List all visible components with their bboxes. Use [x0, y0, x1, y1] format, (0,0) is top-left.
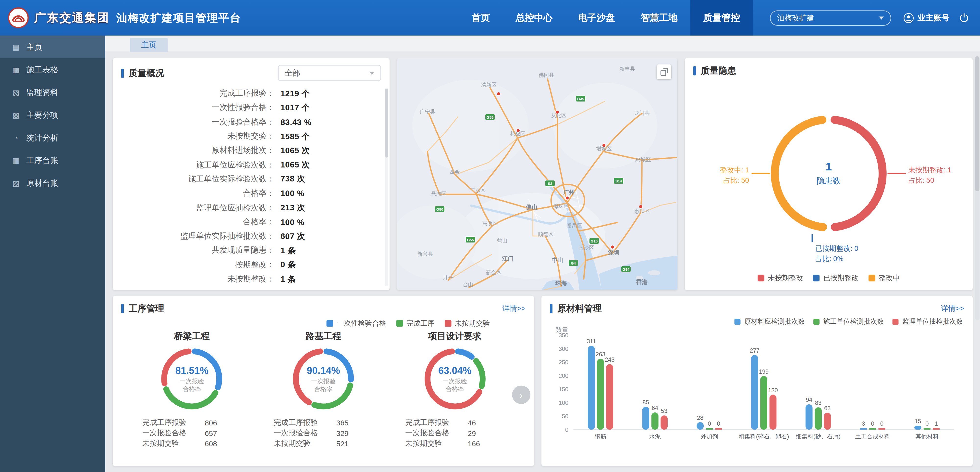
hazard-donut-center: 1 隐患数 [764, 108, 894, 239]
quality-stat-row: 施工单位应检验次数1065 次 [121, 158, 381, 172]
process-panel: 工序管理 详情>> 一次性检验合格完成工序未按期交验 桥梁工程81.51%一次报… [113, 296, 534, 466]
quality-stat-row: 监理单位实际抽检批次数607 次 [121, 229, 381, 244]
material-detail-link[interactable]: 详情>> [941, 303, 964, 314]
svg-text:63: 63 [824, 405, 830, 411]
process-detail-link[interactable]: 详情>> [502, 303, 525, 314]
map-canvas[interactable]: 清新区佛冈县新丰县龙门县从化区广宁县花都区增城区四会三水区鼎湖区惠城区广州海珠区… [397, 58, 678, 290]
tab-strip: 主页 [105, 35, 980, 52]
logout-button[interactable] [959, 13, 969, 23]
map-label: 新丰县 [619, 66, 635, 72]
sidebar-item-6[interactable]: ▨原材台账 [0, 172, 105, 195]
supervision-docs-icon: ▧ [12, 88, 20, 97]
home-icon: ▤ [12, 43, 20, 51]
quality-stat-row: 合格率100 % [121, 215, 381, 229]
legend-item[interactable]: 完成工序 [396, 319, 434, 328]
map-label: 南沙区 [578, 245, 594, 251]
legend-item[interactable]: 监理单位抽检批次数 [892, 317, 963, 326]
map-label: 顺德区 [538, 231, 554, 238]
gauge-stat-value: 166 [468, 439, 480, 448]
gauge-stats: 完成工序报验806一次报验合格657未按期交验608 [142, 418, 242, 449]
quality-stat-row: 合格率100 % [121, 187, 381, 201]
gauge-stat-label: 完成工序报验 [142, 418, 205, 428]
svg-text:S14: S14 [616, 179, 622, 183]
svg-text:64: 64 [652, 405, 658, 411]
sidebar-item-1[interactable]: ▦施工表格 [0, 58, 105, 81]
map-pin-icon [639, 205, 643, 209]
quality-overview-title: 质量概况 [129, 67, 164, 79]
gauge-stat-value: 46 [468, 418, 476, 427]
svg-text:0: 0 [717, 420, 720, 427]
material-ledger-icon: ▨ [12, 179, 20, 187]
svg-text:0: 0 [925, 420, 929, 427]
brand: 广东交通集团 汕梅改扩建项目管理平台 [0, 7, 241, 28]
stat-value: 100 % [280, 189, 304, 198]
nav-item-2[interactable]: 电子沙盘 [565, 0, 628, 35]
svg-text:130: 130 [768, 387, 778, 394]
nav-item-1[interactable]: 总控中心 [503, 0, 565, 35]
nav-item-4[interactable]: 质量管控 [690, 0, 753, 35]
gauge-stat-row: 完成工序报验46 [405, 418, 504, 428]
panel-scrollbar[interactable] [385, 88, 388, 286]
map-label: 三水区 [470, 187, 485, 193]
svg-text:外加剂: 外加剂 [701, 433, 718, 440]
map-label: 佛山 [525, 204, 538, 210]
panel-scrollbar-thumb[interactable] [385, 89, 388, 158]
account-button[interactable]: 业主账号 [904, 12, 950, 23]
stat-label: 一次性报验合格 [121, 103, 274, 113]
app-root: 广东交通集团 汕梅改扩建项目管理平台 首页总控中心电子沙盘智慧工地质量管控 汕梅… [0, 0, 980, 472]
gauge-caption: 一次报验 [311, 376, 336, 385]
highway-shield-icon: S2 [545, 180, 555, 187]
highway-shield-icon: G45 [576, 96, 585, 102]
map-label: 四会 [449, 169, 460, 175]
hazard-title: 质量隐患 [701, 65, 736, 77]
sidebar-item-label: 主页 [27, 41, 42, 53]
process-title: 工序管理 [129, 303, 164, 314]
sidebar-item-3[interactable]: ▩主要分项 [0, 104, 105, 126]
svg-text:0: 0 [565, 426, 568, 433]
svg-text:83: 83 [815, 399, 821, 406]
svg-text:1: 1 [935, 420, 938, 427]
sidebar-item-label: 统计分析 [27, 132, 58, 143]
nav-item-0[interactable]: 首页 [459, 0, 503, 35]
map-panel[interactable]: 清新区佛冈县新丰县龙门县从化区广宁县花都区增城区四会三水区鼎湖区惠城区广州海珠区… [397, 58, 678, 290]
svg-text:50: 50 [562, 413, 568, 419]
gauge-stat-value: 608 [205, 439, 217, 448]
gauge-stat-label: 未按期交验 [142, 439, 205, 449]
highway-shield-icon: G15 [589, 238, 599, 244]
project-select[interactable]: 汕梅改扩建 [770, 10, 891, 26]
legend-item[interactable]: 原材料应检测批次数 [735, 317, 805, 326]
quality-stat-row: 未按期整改1 条 [121, 272, 381, 286]
stat-label: 合格率 [121, 217, 274, 228]
legend-item[interactable]: 已按期整改 [813, 273, 859, 283]
map-label: 佛冈县 [539, 72, 554, 78]
legend-item[interactable]: 未按期交验 [444, 319, 490, 328]
sidebar-item-label: 主要分项 [27, 109, 58, 120]
map-expand-button[interactable] [657, 64, 671, 79]
tab-home[interactable]: 主页 [130, 38, 168, 52]
stat-value: 1065 次 [280, 159, 310, 171]
carousel-next-button[interactable]: › [512, 386, 530, 404]
nav-item-3[interactable]: 智慧工地 [628, 0, 690, 35]
sidebar-item-4[interactable]: ◔统计分析 [0, 126, 105, 149]
legend-item[interactable]: 施工单位检测批次数 [813, 317, 884, 326]
svg-text:53: 53 [661, 408, 667, 414]
process-legend: 一次性检验合格完成工序未按期交验 [121, 319, 490, 328]
stat-value: 213 次 [280, 202, 305, 213]
stat-value: 1 条 [280, 274, 296, 285]
legend-item[interactable]: 一次性检验合格 [326, 319, 387, 328]
process-header: 工序管理 详情>> [121, 303, 525, 314]
quality-filter-select[interactable]: 全部 [278, 65, 381, 81]
stat-value: 1017 个 [280, 102, 310, 113]
gauge-stat-value: 329 [336, 429, 348, 437]
legend-label: 已按期整改 [823, 273, 859, 283]
gauge-2: 项目设计要求63.04%一次报验合格率完成工序报验46一次报验合格29未按期交验… [392, 329, 518, 449]
gauge-stat-label: 完成工序报验 [405, 418, 468, 428]
legend-item[interactable]: 整改中 [868, 273, 900, 283]
sidebar-item-0[interactable]: ▤主页 [0, 35, 105, 58]
sidebar-item-2[interactable]: ▧监理资料 [0, 81, 105, 104]
map-label: 新会区 [486, 269, 501, 275]
legend-item[interactable]: 未按期整改 [757, 273, 803, 283]
gauge-stat-label: 一次报验合格 [405, 428, 468, 439]
sidebar-item-5[interactable]: ▥工序台账 [0, 149, 105, 172]
map-label: 台山 [463, 282, 473, 288]
